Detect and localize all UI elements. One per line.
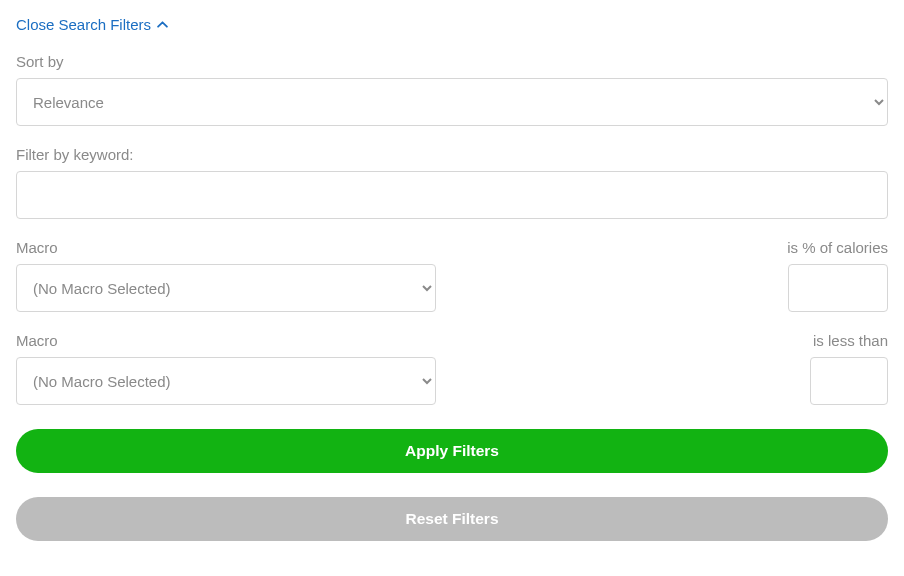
sort-by-label: Sort by — [16, 53, 888, 70]
macro2-label: Macro — [16, 332, 436, 349]
macro1-pct-label: is % of calories — [787, 239, 888, 256]
macro1-label: Macro — [16, 239, 436, 256]
close-search-filters-toggle[interactable]: Close Search Filters — [16, 16, 168, 33]
macro2-lt-label: is less than — [810, 332, 888, 349]
sort-by-select[interactable]: Relevance — [16, 78, 888, 126]
macro1-pct-input[interactable] — [788, 264, 888, 312]
macro2-select[interactable]: (No Macro Selected) — [16, 357, 436, 405]
filter-keyword-input[interactable] — [16, 171, 888, 219]
chevron-up-icon — [157, 16, 168, 33]
reset-filters-button[interactable]: Reset Filters — [16, 497, 888, 541]
filter-keyword-label: Filter by keyword: — [16, 146, 888, 163]
macro2-lt-input[interactable] — [810, 357, 888, 405]
apply-filters-button[interactable]: Apply Filters — [16, 429, 888, 473]
macro1-select[interactable]: (No Macro Selected) — [16, 264, 436, 312]
close-search-filters-label: Close Search Filters — [16, 16, 151, 33]
